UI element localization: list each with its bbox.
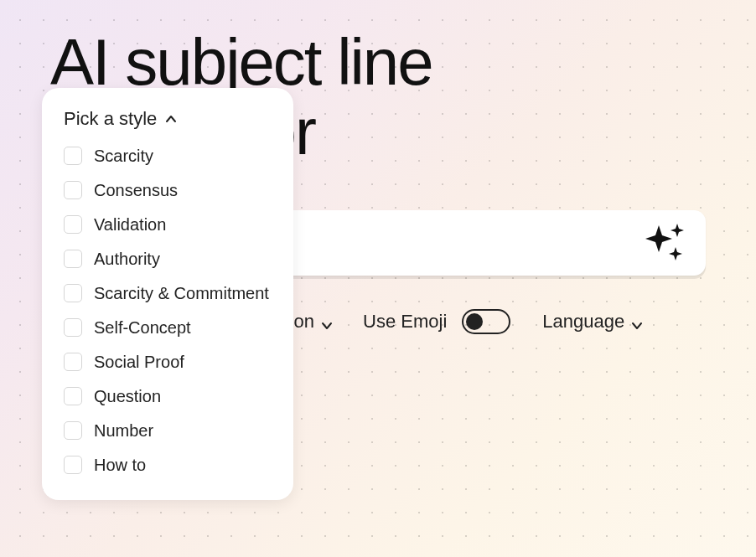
- style-option-scarcity-commitment[interactable]: Scarcity & Commitment: [64, 282, 272, 305]
- title-line-1: AI subject line: [50, 29, 706, 95]
- option-label: Authority: [94, 248, 160, 271]
- checkbox[interactable]: [64, 421, 82, 440]
- option-label: Validation: [94, 214, 166, 236]
- checkbox[interactable]: [64, 318, 82, 337]
- emoji-label: Use Emoji: [363, 311, 447, 333]
- chevron-up-icon: [165, 108, 177, 130]
- style-option-validation[interactable]: Validation: [64, 214, 272, 236]
- option-label: Consensus: [94, 179, 178, 202]
- option-label: How to: [94, 454, 146, 477]
- style-option-number[interactable]: Number: [64, 420, 272, 442]
- checkbox[interactable]: [64, 387, 82, 405]
- style-option-authority[interactable]: Authority: [64, 248, 272, 271]
- toggle-knob: [466, 313, 483, 330]
- style-option-self-concept[interactable]: Self-Concept: [64, 317, 272, 339]
- style-option-consensus[interactable]: Consensus: [64, 179, 272, 202]
- checkbox[interactable]: [64, 181, 82, 199]
- checkbox[interactable]: [64, 353, 82, 371]
- style-option-social-proof[interactable]: Social Proof: [64, 351, 272, 374]
- emoji-toggle-group: Use Emoji: [363, 309, 510, 334]
- style-option-how-to[interactable]: How to: [64, 454, 272, 477]
- style-dropdown-header[interactable]: Pick a style: [64, 108, 272, 130]
- checkbox[interactable]: [64, 147, 82, 165]
- option-label: Number: [94, 420, 153, 442]
- chevron-down-icon: [631, 315, 641, 325]
- option-label: Scarcity: [94, 145, 153, 168]
- option-label: Social Proof: [94, 351, 184, 374]
- generate-button[interactable]: [640, 219, 691, 266]
- chevron-down-icon: [321, 315, 331, 325]
- checkbox[interactable]: [64, 456, 82, 474]
- language-dropdown-trigger[interactable]: Language: [542, 311, 641, 333]
- style-option-question[interactable]: Question: [64, 385, 272, 408]
- dropdown-header-label: Pick a style: [64, 108, 157, 130]
- checkbox[interactable]: [64, 215, 82, 234]
- option-label: Self-Concept: [94, 317, 191, 339]
- emoji-toggle[interactable]: [462, 309, 510, 334]
- style-option-scarcity[interactable]: Scarcity: [64, 145, 272, 168]
- language-label: Language: [542, 311, 624, 333]
- style-option-list: Scarcity Consensus Validation Authority …: [64, 145, 272, 477]
- checkbox[interactable]: [64, 250, 82, 268]
- option-label: Question: [94, 385, 161, 408]
- sparkle-icon: [642, 220, 689, 266]
- style-dropdown-panel: Pick a style Scarcity Consensus Validati…: [42, 88, 293, 500]
- option-label: Scarcity & Commitment: [94, 282, 269, 305]
- checkbox[interactable]: [64, 284, 82, 302]
